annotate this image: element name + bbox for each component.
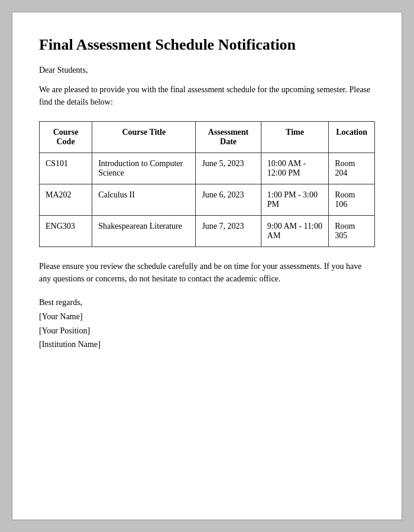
table-row: MA202Calculus IIJune 6, 20231:00 PM - 3:… xyxy=(40,184,375,216)
cell-code: ENG303 xyxy=(40,216,92,247)
cell-title: Calculus II xyxy=(92,184,196,216)
signer-institution: [Institution Name] xyxy=(39,338,375,352)
cell-code: MA202 xyxy=(40,184,92,216)
cell-location: Room 204 xyxy=(329,153,375,184)
col-header-code: Course Code xyxy=(40,122,92,153)
intro-text: We are pleased to provide you with the f… xyxy=(39,83,375,108)
cell-code: CS101 xyxy=(40,153,92,184)
col-header-time: Time xyxy=(261,122,328,153)
page-title: Final Assessment Schedule Notification xyxy=(39,36,375,54)
cell-time: 9:00 AM - 11:00 AM xyxy=(261,216,328,247)
cell-date: June 5, 2023 xyxy=(196,153,261,184)
table-row: CS101Introduction to Computer ScienceJun… xyxy=(40,153,375,184)
signer-position: [Your Position] xyxy=(39,324,375,338)
cell-time: 1:00 PM - 3:00 PM xyxy=(261,184,328,216)
greeting-text: Dear Students, xyxy=(39,66,375,75)
schedule-table: Course Code Course Title Assessment Date… xyxy=(39,121,375,247)
cell-date: June 7, 2023 xyxy=(196,216,261,247)
table-row: ENG303Shakespearean LiteratureJune 7, 20… xyxy=(40,216,375,247)
col-header-date: Assessment Date xyxy=(196,122,261,153)
cell-location: Room 305 xyxy=(329,216,375,247)
footer-text: Please ensure you review the schedule ca… xyxy=(39,260,375,285)
cell-time: 10:00 AM - 12:00 PM xyxy=(261,153,328,184)
page-container: Final Assessment Schedule Notification D… xyxy=(12,12,402,520)
col-header-location: Location xyxy=(329,122,375,153)
closing-text: Best regards, xyxy=(39,296,375,310)
cell-date: June 6, 2023 xyxy=(196,184,261,216)
table-header-row: Course Code Course Title Assessment Date… xyxy=(40,122,375,153)
cell-title: Introduction to Computer Science xyxy=(92,153,196,184)
signer-name: [Your Name] xyxy=(39,310,375,324)
col-header-title: Course Title xyxy=(92,122,196,153)
cell-location: Room 106 xyxy=(329,184,375,216)
signature-block: Best regards, [Your Name] [Your Position… xyxy=(39,296,375,352)
cell-title: Shakespearean Literature xyxy=(92,216,196,247)
